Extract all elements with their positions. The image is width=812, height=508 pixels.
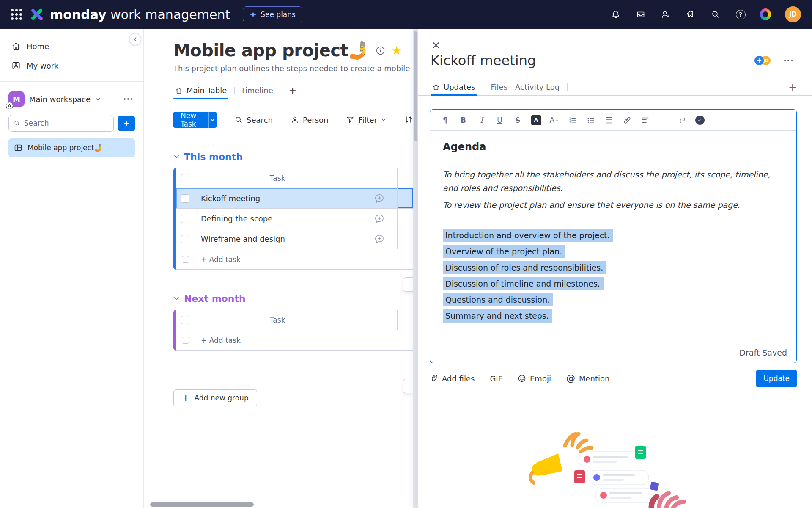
italic-icon[interactable]: I [472, 116, 491, 124]
search-input[interactable] [24, 119, 109, 127]
tab-timeline[interactable]: Timeline [239, 82, 275, 99]
add-task-button[interactable]: + Add task [194, 330, 241, 350]
task-name[interactable]: Kickoff meeting [194, 188, 361, 208]
sidebar-search-box[interactable] [8, 115, 114, 132]
select-all-checkbox[interactable] [181, 174, 189, 182]
monday-logo-icon[interactable] [30, 7, 44, 22]
apps-grid-icon[interactable] [11, 9, 22, 20]
favorite-star-icon[interactable]: ★ [392, 45, 402, 57]
editor-content[interactable]: Agenda To bring together all the stakeho… [430, 131, 796, 363]
person-filter-tool[interactable]: Person [291, 116, 329, 124]
chevron-down-icon[interactable] [381, 117, 386, 122]
add-update-bubble-icon[interactable] [361, 209, 398, 229]
see-plans-button[interactable]: See plans [243, 6, 302, 22]
notifications-bell-icon[interactable] [610, 9, 621, 20]
add-update-bubble-icon[interactable] [361, 229, 398, 249]
filter-tool[interactable]: Filter [346, 116, 386, 124]
text-color-icon[interactable]: A [527, 115, 545, 125]
task-name[interactable]: Wireframe and design [194, 229, 361, 249]
sidebar-item-label: My work [27, 61, 58, 70]
add-task-row[interactable]: + Add task [176, 249, 413, 270]
row-checkbox[interactable] [181, 215, 189, 223]
clipped-column [398, 168, 413, 188]
bold-icon[interactable]: B [454, 116, 472, 124]
item-menu-icon[interactable] [782, 57, 795, 64]
sidebar-board-item[interactable]: Mobile app project🤳 [8, 138, 135, 157]
add-view-button[interactable]: + [285, 85, 300, 96]
task-row-defining-the-scope[interactable]: Defining the scope [176, 209, 413, 229]
emoji-button[interactable]: Emoji [518, 374, 551, 383]
tab-main-table[interactable]: Main Table [173, 82, 228, 99]
new-task-dropdown[interactable] [208, 112, 217, 128]
add-task-button[interactable]: + Add task [194, 249, 241, 269]
strikethrough-icon[interactable]: S [509, 116, 527, 124]
horizontal-scrollbar[interactable] [150, 502, 254, 507]
gif-button[interactable]: GIF [490, 374, 502, 383]
task-name[interactable]: Defining the scope [194, 209, 361, 229]
filter-funnel-icon [346, 116, 354, 124]
chevron-down-icon[interactable] [95, 97, 101, 102]
info-icon[interactable] [376, 46, 385, 55]
update-button[interactable]: Update [756, 370, 797, 387]
add-update-bubble-icon[interactable] [361, 188, 398, 208]
new-task-label[interactable]: New Task [173, 112, 208, 128]
product-name: monday [50, 7, 107, 22]
collapse-group-icon[interactable] [173, 295, 180, 302]
underline-icon[interactable]: U [491, 116, 509, 124]
ordered-list-icon[interactable]: 123 [563, 116, 582, 124]
indent-icon[interactable] [672, 116, 691, 124]
inbox-icon[interactable] [635, 9, 646, 20]
add-task-row[interactable]: + Add task [176, 330, 413, 351]
sort-tool[interactable] [404, 115, 413, 124]
select-all-checkbox[interactable] [181, 316, 189, 324]
horizontal-rule-icon[interactable]: — [654, 116, 672, 124]
task-row-kickoff-meeting[interactable]: Kickoff meeting [176, 188, 413, 209]
search-icon [234, 116, 243, 124]
checklist-icon[interactable]: ✓ [691, 116, 709, 125]
task-column-header: Task [194, 168, 361, 188]
sidebar-item-my-work[interactable]: My work [0, 56, 143, 75]
update-editor[interactable]: ¶ B I U S A A↕ 123 [430, 109, 797, 363]
board-scrollbar-thumb[interactable] [414, 31, 417, 141]
workspace-menu-icon[interactable] [121, 96, 135, 102]
sidebar-item-home[interactable]: Home [0, 36, 143, 56]
workspace-initial: M [13, 95, 20, 104]
task-row-wireframe-and-design[interactable]: Wireframe and design [176, 229, 413, 249]
collapse-group-icon[interactable] [173, 154, 180, 160]
user-avatar[interactable]: JD [785, 6, 801, 22]
add-files-button[interactable]: Add files [430, 374, 475, 383]
add-board-button[interactable]: + [118, 116, 135, 131]
close-icon[interactable] [431, 40, 442, 51]
align-icon[interactable] [636, 116, 654, 124]
add-new-group-button[interactable]: + Add new group [173, 389, 257, 406]
row-checkbox[interactable] [181, 235, 189, 243]
workspace-header[interactable]: M Main workspace [0, 82, 143, 107]
group-table-next-month: Task + Add task [173, 310, 413, 351]
search-icon [14, 119, 20, 127]
link-icon[interactable] [618, 116, 636, 124]
new-task-button[interactable]: New Task [173, 112, 217, 128]
tab-label: Timeline [241, 86, 273, 95]
row-checkbox[interactable] [181, 194, 189, 203]
action-label: GIF [490, 374, 502, 383]
help-icon[interactable]: ? [735, 9, 746, 20]
search-tool[interactable]: Search [234, 116, 273, 124]
tab-updates[interactable]: Updates [431, 79, 477, 95]
group-header-this-month[interactable]: This month [173, 152, 413, 162]
tab-activity-log[interactable]: Activity Log [513, 79, 561, 95]
invite-members-icon[interactable] [660, 9, 671, 20]
apps-marketplace-icon[interactable] [685, 9, 696, 20]
tab-files[interactable]: Files [489, 79, 510, 95]
products-switcher-icon[interactable] [760, 9, 771, 20]
paragraph-style-icon[interactable]: ¶ [436, 116, 454, 124]
add-tab-button[interactable]: + [788, 81, 797, 93]
group-header-next-month[interactable]: Next month [173, 293, 413, 304]
mention-button[interactable]: @ Mention [566, 374, 610, 383]
font-size-icon[interactable]: A↕ [545, 116, 563, 124]
table-icon[interactable] [600, 116, 618, 124]
search-icon[interactable] [710, 9, 721, 20]
bullet-list-icon[interactable] [582, 116, 600, 124]
sidebar-collapse-button[interactable] [129, 33, 141, 45]
action-label: Mention [579, 374, 610, 383]
add-subscriber-button[interactable]: + JD [754, 55, 771, 66]
